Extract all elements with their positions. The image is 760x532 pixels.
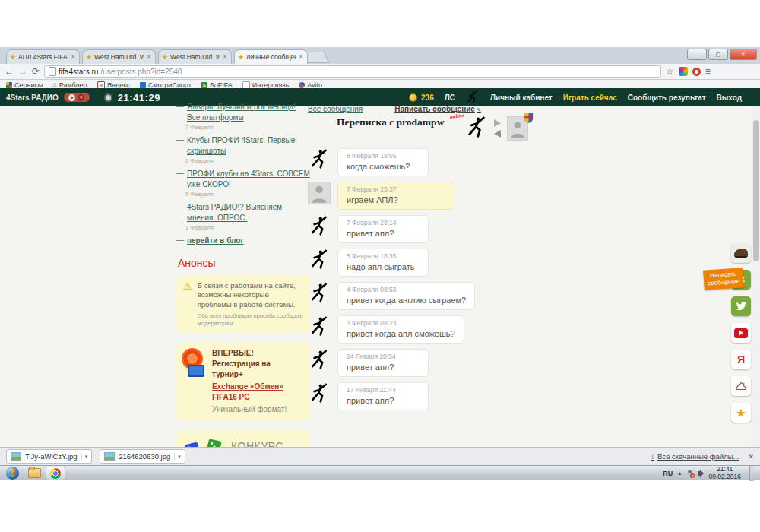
conversation-header: Переписка с prodampw online xyxy=(337,116,627,141)
youtube-icon[interactable] xyxy=(731,323,751,343)
minimize-button[interactable]: – xyxy=(687,49,707,60)
maximize-button[interactable]: ▢ xyxy=(708,49,728,60)
close-downloads-icon[interactable]: ✕ xyxy=(748,453,754,461)
yandex-icon[interactable]: Я xyxy=(731,350,751,369)
screenshot: ★ АПЛ 4Stars FIFA16 PC. FIF ✕ ★ West Ham… xyxy=(0,0,760,532)
show-all-downloads-link[interactable]: ↓Все скачанные файлы... xyxy=(651,452,739,461)
tournament-link[interactable]: Exchange «Обмен» FIFA16 PC xyxy=(212,382,303,403)
star-badge-icon[interactable]: ★ xyxy=(731,403,751,423)
bookmark-star-icon[interactable]: ☆ xyxy=(666,67,674,76)
speaker-icon[interactable] xyxy=(698,471,701,476)
private-messages-link[interactable]: ЛС xyxy=(445,93,455,102)
opera-extension-icon[interactable] xyxy=(692,68,701,76)
news-link[interactable]: Клубы ПРОФИ 4Stars. Первые скриншоты xyxy=(187,135,310,156)
address-bar[interactable]: fifa4stars.ru /userposts.php?id=2540 xyxy=(44,65,661,78)
write-message-link[interactable]: Написать сообщение✎ xyxy=(394,105,481,113)
close-button[interactable]: ✕ xyxy=(730,49,757,60)
forward-icon[interactable]: → xyxy=(18,67,27,76)
contest-title: КОНКУРС ПРОГНОЗОВ xyxy=(231,439,299,447)
news-date: 7 Февраля xyxy=(185,124,310,131)
windows-taskbar: RU ▴ ⚑ 21:41 09.02.2016 xyxy=(0,465,760,480)
chrome-icon xyxy=(50,468,61,479)
extension-icon[interactable] xyxy=(679,67,688,76)
tab-close-icon[interactable]: ✕ xyxy=(146,53,152,61)
downloads-bar: TiJy-aWlCzY.jpg ▾ 2164620630.jpg ▾ ↓Все … xyxy=(0,447,760,465)
bookmark-smotrisport[interactable]: СмотриСпорт xyxy=(140,81,192,89)
contest-banner-champions-league[interactable]: КОНКУРС ПРОГНОЗОВ Лига чемпионов УЕФА 20… xyxy=(176,430,310,447)
twitter-icon[interactable] xyxy=(731,296,751,316)
message-date: 24 Января 20:54 xyxy=(347,353,420,360)
all-messages-link[interactable]: Все сообщения xyxy=(308,105,363,113)
bookmark-sofifa[interactable]: SSoFIFA xyxy=(201,81,233,89)
radio-play-icon[interactable]: ▶ xyxy=(68,94,75,101)
taskbar-explorer[interactable] xyxy=(24,467,44,480)
action-center-flag-icon[interactable]: ⚑ xyxy=(686,470,692,477)
user-avatar-jumpman-icon[interactable] xyxy=(466,90,480,104)
coins-count[interactable]: 236 xyxy=(421,93,434,102)
back-icon[interactable]: ← xyxy=(5,67,14,76)
reload-icon[interactable]: ⟳ xyxy=(32,67,40,76)
nav-cabinet[interactable]: Личный кабинет xyxy=(490,93,553,102)
chevron-down-icon[interactable]: ▾ xyxy=(174,454,181,460)
language-indicator[interactable]: RU xyxy=(663,470,673,477)
arrow-left-icon xyxy=(494,130,501,138)
tab-2[interactable]: ★ West Ham Utd. vs Aston V ✕ xyxy=(82,49,156,64)
nav-report-result[interactable]: Сообщить результат xyxy=(628,93,706,102)
message-item: 7 Февраля 23:14привет апл? xyxy=(308,215,627,243)
avatar-photo xyxy=(308,182,331,204)
clock-icon xyxy=(104,93,112,102)
download-filename: 2164620630.jpg xyxy=(119,452,170,461)
scrollbar-thumb[interactable] xyxy=(753,120,759,261)
bookmark-rambler[interactable]: ⌂Рамблер xyxy=(52,81,87,89)
tab-close-icon[interactable]: ✕ xyxy=(222,53,228,61)
news-link[interactable]: Январь! Лучший игрок месяца! Все платфор… xyxy=(187,102,310,122)
go-to-blog-link[interactable]: перейти в блог xyxy=(187,236,244,246)
favicon-star-icon: ★ xyxy=(10,54,16,61)
write-message-ribbon[interactable]: Написать сообщение xyxy=(703,268,744,290)
tab-active[interactable]: ★ Личные сообщения burn ✕ xyxy=(234,49,308,64)
site-header-nav: 236 ЛС Личный кабинет Играть сейчас Сооб… xyxy=(409,90,742,104)
taskbar-chrome[interactable] xyxy=(46,467,65,480)
chevron-down-icon[interactable]: ▾ xyxy=(81,454,88,460)
boot-sketch-icon[interactable] xyxy=(731,376,751,396)
swap-arrows xyxy=(494,116,501,138)
announcement-text: В связи с работами на сайте, возможны не… xyxy=(198,281,303,310)
news-link[interactable]: 4Stars РАДИО!? Выясняем мнения. ОПРОС. xyxy=(187,202,310,223)
download-item-2[interactable]: 2164620630.jpg ▾ xyxy=(100,449,185,464)
message-date: 5 Февраля 18:35 xyxy=(347,252,420,260)
nav-play-now[interactable]: Играть сейчас xyxy=(563,93,617,102)
download-icon: ↓ xyxy=(651,452,654,461)
avatar-jumpman-icon[interactable] xyxy=(465,116,488,139)
tab-3[interactable]: ★ West Ham Utd. vs Aston V ✕ xyxy=(158,49,232,64)
radio-stop-icon[interactable]: ✕ xyxy=(78,94,84,101)
news-link[interactable]: ПРОФИ клубы на 4Stars. СОВСЕМ уже СКОРО! xyxy=(187,169,310,189)
tab-close-icon[interactable]: ✕ xyxy=(298,53,304,61)
pencil-icon: ✎ xyxy=(477,107,481,112)
radio-controls[interactable]: ▶ ✕ xyxy=(64,93,90,102)
menu-icon[interactable]: ≡ xyxy=(705,67,711,76)
nav-exit[interactable]: Выход xyxy=(717,93,742,102)
warning-icon: ⚠ xyxy=(183,281,192,328)
bookmark-intersvyaz[interactable]: Интерсвязь xyxy=(242,81,289,89)
show-desktop-button[interactable] xyxy=(749,466,754,481)
tab-1[interactable]: ★ АПЛ 4Stars FIFA16 PC. FIF ✕ xyxy=(6,49,80,64)
tab-title: West Ham Utd. vs Aston V xyxy=(94,53,144,61)
page-icon xyxy=(49,67,56,76)
online-badge: online xyxy=(450,112,464,120)
bookmark-yandex[interactable]: ЯЯндекс xyxy=(97,81,130,89)
download-item-1[interactable]: TiJy-aWlCzY.jpg ▾ xyxy=(6,449,92,464)
avatar-photo[interactable] xyxy=(507,116,528,141)
message-text: привет когда англию сыграем? xyxy=(347,296,466,305)
tab-close-icon[interactable]: ✕ xyxy=(70,53,76,61)
boot-icon[interactable] xyxy=(731,243,751,263)
tray-clock[interactable]: 21:41 09.02.2016 xyxy=(708,466,741,481)
message-item: 8 Февраля 18:05когда сможешь? xyxy=(308,148,627,176)
page-scrollbar[interactable] xyxy=(752,106,760,447)
bookmark-avito[interactable]: Avito xyxy=(299,81,322,89)
bookmark-services[interactable]: Сервисы xyxy=(6,81,43,89)
start-button[interactable] xyxy=(6,467,19,480)
url-domain: fifa4stars.ru xyxy=(59,68,98,76)
hidden-icons-chevron[interactable]: ▴ xyxy=(678,470,681,477)
favicon-star-icon: ★ xyxy=(86,54,92,61)
favicon-star-icon: ★ xyxy=(162,54,168,61)
